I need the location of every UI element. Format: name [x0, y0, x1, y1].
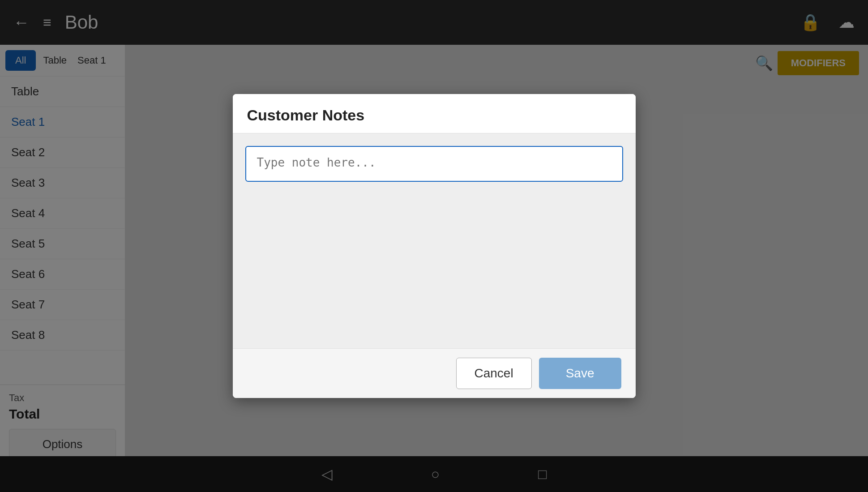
dialog-footer: Cancel Save: [233, 348, 636, 398]
note-textarea[interactable]: [245, 146, 623, 182]
dialog-title: Customer Notes: [247, 107, 365, 124]
dialog-header: Customer Notes: [233, 94, 636, 133]
overlay: Customer Notes Cancel Save: [0, 0, 868, 492]
dialog-body: [233, 133, 636, 348]
cancel-button[interactable]: Cancel: [456, 358, 532, 389]
save-button[interactable]: Save: [539, 358, 621, 389]
customer-notes-dialog: Customer Notes Cancel Save: [233, 94, 636, 398]
